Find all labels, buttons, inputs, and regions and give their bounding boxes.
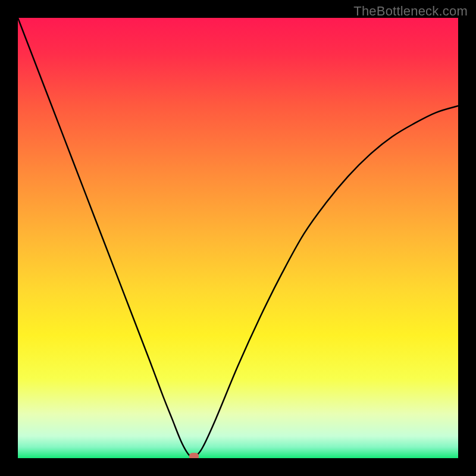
watermark-text: TheBottleneck.com bbox=[353, 4, 468, 19]
chart-frame: TheBottleneck.com bbox=[0, 0, 476, 476]
bottleneck-curve bbox=[18, 18, 458, 457]
optimal-point-marker bbox=[189, 453, 199, 458]
plot-area bbox=[18, 18, 458, 458]
curve-layer bbox=[18, 18, 458, 458]
